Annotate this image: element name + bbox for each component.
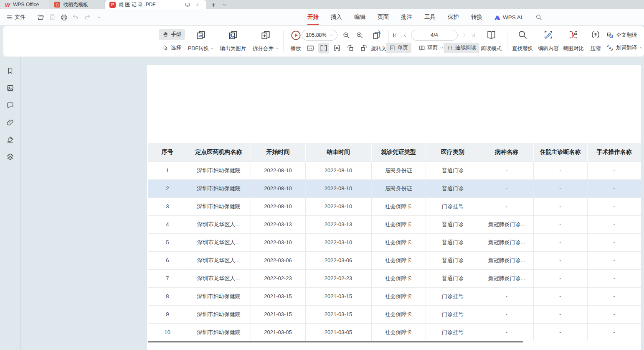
new-tab-button[interactable]: + xyxy=(206,0,221,9)
split-merge-button[interactable]: 拆分合并 xyxy=(251,28,281,54)
read-mode-button[interactable]: 阅读模式 xyxy=(478,28,505,54)
select-tool-button[interactable]: 选择 xyxy=(159,43,185,53)
continuous-reading-button[interactable]: 连续阅读 xyxy=(444,43,479,53)
redo-button[interactable] xyxy=(82,12,92,22)
table-row: 2深圳市妇幼保健院2022-08-102022-08-10居民身份证普通门诊--… xyxy=(148,179,641,197)
rotate-left-button[interactable] xyxy=(345,43,356,54)
column-header: 开始时间 xyxy=(251,143,305,161)
bookmark-icon[interactable] xyxy=(6,66,15,75)
table-cell: 社会保障卡 xyxy=(371,323,426,341)
zoom-level-combobox[interactable]: 105.88% xyxy=(302,30,337,41)
layers-icon[interactable] xyxy=(6,152,15,161)
last-page-button[interactable] xyxy=(469,30,478,41)
menu-tab-7[interactable]: 转换 xyxy=(471,13,482,21)
svg-text:A: A xyxy=(608,33,610,36)
open-file-button[interactable] xyxy=(35,12,46,22)
table-row: 10深圳市妇幼保健院2021-03-052021-03-05社会保障卡门诊挂号-… xyxy=(148,323,641,341)
table-cell: - xyxy=(480,179,533,197)
word-translate-button[interactable]: A 划词翻译 xyxy=(606,43,643,52)
tab-list-dropdown[interactable] xyxy=(221,0,228,9)
print-button[interactable] xyxy=(59,12,69,22)
signature-icon[interactable] xyxy=(6,135,15,144)
svg-text:文: 文 xyxy=(610,35,612,37)
table-cell: 深圳市妇幼保健院 xyxy=(187,161,251,179)
page-number-input[interactable]: 4/4 xyxy=(411,30,458,41)
table-cell: 深圳市妇幼保健院 xyxy=(187,305,251,323)
tab-document-label: 就 医 记 录 .PDF xyxy=(119,1,156,8)
table-cell: 深圳市龙华区人... xyxy=(187,233,251,251)
table-cell: - xyxy=(587,215,641,233)
menu-tab-2[interactable]: 编辑 xyxy=(354,13,365,21)
table-cell: - xyxy=(533,269,587,287)
previous-page-button[interactable] xyxy=(400,30,409,41)
undo-history-dropdown[interactable] xyxy=(94,12,104,22)
table-cell: 2021-03-15 xyxy=(251,305,305,323)
fit-page-button[interactable] xyxy=(318,43,329,54)
embedded-horizontal-scrollbar[interactable] xyxy=(148,341,523,342)
find-replace-button[interactable]: 查找替换 xyxy=(510,28,535,54)
table-cell: 2022-03-13 xyxy=(251,215,305,233)
file-menu-button[interactable]: 文件 xyxy=(4,12,28,23)
compress-button[interactable]: 压缩 xyxy=(586,28,605,54)
table-cell: 社会保障卡 xyxy=(371,233,426,251)
fit-width-button[interactable] xyxy=(332,43,342,54)
table-cell: 2022-08-10 xyxy=(251,179,305,197)
menu-tab-4[interactable]: 批注 xyxy=(401,13,412,21)
window-tab-bar: W WPS Office 找稻壳模板 P 就 医 记 录 .PDF + xyxy=(0,0,644,9)
full-text-translate-button[interactable]: A文 全文翻译 xyxy=(606,31,637,40)
edit-content-button[interactable]: 编辑内容 xyxy=(535,28,561,54)
save-button[interactable] xyxy=(47,12,57,22)
pdf-file-icon: P xyxy=(109,2,116,8)
screen-share-icon[interactable] xyxy=(185,2,190,8)
table-cell: 9 xyxy=(148,305,187,323)
table-cell: - xyxy=(587,161,641,179)
menu-bar: 开始插入编辑页面批注工具保护转换 WPS AI xyxy=(307,9,542,25)
continuous-reading-icon xyxy=(447,45,453,51)
table-cell: - xyxy=(587,251,641,269)
table-cell: 社会保障卡 xyxy=(371,305,426,323)
table-cell: - xyxy=(533,251,587,269)
double-page-view-button[interactable]: 双页 xyxy=(416,43,446,53)
menu-tab-5[interactable]: 工具 xyxy=(424,13,436,21)
comment-icon[interactable] xyxy=(6,100,15,110)
menu-tab-6[interactable]: 保护 xyxy=(448,13,459,21)
pdf-convert-button[interactable]: W PDF转换 xyxy=(186,28,216,54)
menu-tab-0[interactable]: 开始 xyxy=(307,13,319,21)
table-cell: - xyxy=(480,305,533,323)
hamburger-icon xyxy=(6,14,13,20)
single-page-view-button[interactable]: 单页 xyxy=(386,43,411,53)
tab-document-active[interactable]: P 就 医 记 录 .PDF xyxy=(105,0,206,9)
undo-button[interactable] xyxy=(71,12,81,22)
tab-docer-templates[interactable]: 找稻壳模板 xyxy=(49,0,104,9)
medical-records-table: 序号定点医药机构名称开始时间结束时间就诊凭证类型医疗类别病种名称住院主诊断名称手… xyxy=(148,143,641,341)
menu-tab-3[interactable]: 页面 xyxy=(378,13,389,21)
table-cell: - xyxy=(533,233,587,251)
table-header-row: 序号定点医药机构名称开始时间结束时间就诊凭证类型医疗类别病种名称住院主诊断名称手… xyxy=(148,143,641,161)
table-cell: 6 xyxy=(148,251,187,269)
edit-pencil-icon xyxy=(543,30,553,40)
ribbon-search-button[interactable] xyxy=(535,14,542,20)
tab-wps-office[interactable]: W WPS Office xyxy=(0,0,49,9)
hand-tool-button[interactable]: 手型 xyxy=(159,29,185,40)
table-cell: 深圳市妇幼保健院 xyxy=(187,323,251,341)
next-page-button[interactable] xyxy=(459,30,469,41)
thumbnails-icon[interactable] xyxy=(6,83,15,92)
export-as-image-button[interactable]: 输出为图片 xyxy=(216,28,250,54)
zoom-in-button[interactable] xyxy=(354,30,365,41)
rotate-right-button[interactable] xyxy=(358,43,369,54)
table-cell: - xyxy=(533,197,587,215)
table-cell: 2022-08-10 xyxy=(251,161,305,179)
table-row: 3深圳市妇幼保健院2022-08-102022-08-10社会保障卡门诊挂号--… xyxy=(148,197,641,215)
table-cell: 2021-03-15 xyxy=(305,287,371,305)
screenshot-compare-button[interactable]: 截图对比 xyxy=(560,28,586,54)
menu-tab-1[interactable]: 插入 xyxy=(331,13,342,21)
auto-fit-pages-button[interactable] xyxy=(370,29,383,41)
column-header: 手术操作名称 xyxy=(587,143,641,161)
first-page-button[interactable] xyxy=(390,30,399,41)
table-cell: - xyxy=(533,161,587,179)
menu-wps-ai[interactable]: WPS AI xyxy=(494,14,522,20)
actual-size-button[interactable]: 1:1 xyxy=(305,43,316,54)
zoom-out-button[interactable] xyxy=(341,30,352,41)
attachment-icon[interactable] xyxy=(6,118,15,127)
close-tab-icon[interactable] xyxy=(195,2,200,7)
